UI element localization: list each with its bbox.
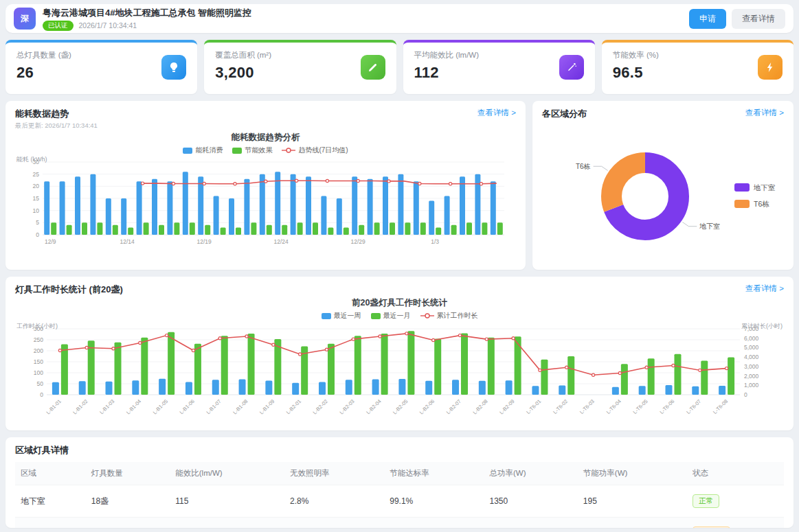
table-cell: T6栋 [15, 518, 86, 529]
svg-text:L-T6-06: L-T6-06 [658, 398, 675, 415]
table-row: 地下室18盏1152.8%99.1%1350195正常 [15, 485, 784, 518]
svg-text:0: 0 [40, 391, 43, 398]
svg-text:100: 100 [34, 369, 43, 376]
table-cell: 8盏 [86, 518, 170, 529]
svg-text:L-T6-02: L-T6-02 [552, 398, 569, 415]
legend-item-week: 最近一周 [322, 311, 361, 321]
view-details-button[interactable]: 查看详情 [732, 9, 785, 29]
apply-button[interactable]: 申请 [689, 9, 726, 29]
table-header-cell: 总功率(W) [484, 462, 577, 485]
title-subrow: 已认证 2026/1/7 10:34:41 [43, 21, 251, 31]
table-cell: 18盏 [86, 485, 170, 518]
kpi-card-coverage-area: 覆盖总面积 (m²) 3,200 [204, 40, 396, 94]
donut-panel-title: 各区域分布 [542, 108, 587, 120]
svg-text:地下室: 地下室 [699, 222, 720, 230]
svg-text:T6栋: T6栋 [754, 200, 769, 208]
svg-text:150: 150 [34, 358, 43, 365]
bulb-icon [161, 55, 186, 80]
energy-panel-title: 能耗数据趋势 [15, 108, 98, 120]
kpi-label: 覆盖总面积 (m²) [215, 50, 385, 60]
kpi-value: 112 [414, 64, 584, 82]
legend-item-saving: 节能效果 [232, 146, 272, 155]
svg-text:12/9: 12/9 [45, 238, 56, 245]
legend-swatch-green [232, 148, 242, 154]
table-cell: 85 [578, 518, 687, 529]
svg-text:L-T6-05: L-T6-05 [632, 398, 649, 415]
table-cell: 地下室 [15, 485, 86, 518]
legend-item-cumulative: 累计工作时长 [420, 311, 478, 321]
svg-text:L-B2-03: L-B2-03 [338, 398, 355, 415]
svg-text:0: 0 [36, 231, 39, 238]
svg-text:L-B1-03: L-B1-03 [98, 398, 115, 415]
svg-text:L-B1-06: L-B1-06 [179, 398, 196, 415]
svg-text:5,000: 5,000 [744, 344, 759, 351]
table-cell: 4.1% [284, 518, 384, 529]
svg-text:12/24: 12/24 [274, 238, 289, 245]
legend-label: 累计工作时长 [437, 311, 478, 321]
dashboard-page: 深 粤海云港城项目4#地块工程施工总承包 智能照明监控 已认证 2026/1/7… [0, 0, 799, 532]
energy-trend-chart: 051015202530能耗 (kWh)12/912/1412/1912/241… [15, 155, 514, 248]
svg-text:T6栋: T6栋 [576, 163, 591, 170]
worktime-panel-title: 灯具工作时长统计 (前20盏) [15, 284, 123, 296]
energy-chart-title: 能耗数据趋势分析 [15, 132, 516, 143]
table-cell-status: 正常 [687, 485, 784, 518]
logo-text: 深 [21, 13, 29, 25]
table-cell: 600 [484, 518, 577, 529]
svg-text:L-T6-03: L-T6-03 [578, 398, 596, 415]
table-cell: 115 [170, 485, 284, 518]
area-distribution-panel: 各区域分布 查看详情 > 地下室T6栋地下室T6栋 [532, 101, 794, 270]
table-header-cell: 无效照明率 [284, 462, 384, 485]
status-badge: 正常 [693, 494, 719, 508]
svg-text:L-T6-04: L-T6-04 [605, 398, 622, 415]
legend-swatch-green [371, 313, 381, 319]
line-marker-icon [420, 312, 434, 319]
kpi-label: 节能效率 (%) [613, 50, 783, 60]
svg-text:15: 15 [33, 195, 40, 202]
certified-badge: 已认证 [43, 21, 74, 31]
energy-panel-head: 能耗数据趋势 最后更新: 2026/1/7 10:34:41 查看详情 > [15, 108, 516, 130]
flash-icon [758, 55, 783, 80]
legend-label: 最近一周 [334, 311, 361, 321]
svg-text:L-B2-07: L-B2-07 [445, 398, 462, 415]
kpi-label: 平均能效比 (lm/W) [414, 50, 584, 60]
table-cell: 1350 [484, 485, 577, 518]
table-header-cell: 节能功率(W) [578, 462, 687, 485]
svg-text:L-B2-02: L-B2-02 [312, 398, 329, 415]
title-block: 粤海云港城项目4#地块工程施工总承包 智能照明监控 已认证 2026/1/7 1… [43, 7, 251, 31]
table-header-cell: 节能达标率 [384, 462, 484, 485]
table-cell: 2.8% [284, 485, 384, 518]
svg-text:地下室: 地下室 [753, 183, 776, 192]
svg-text:L-T6-01: L-T6-01 [525, 398, 542, 415]
kpi-card-saving-rate: 节能效率 (%) 96.5 [602, 40, 794, 94]
svg-text:L-B1-05: L-B1-05 [152, 398, 169, 415]
worktime-details-link[interactable]: 查看详情 > [745, 284, 784, 294]
table-cell-status: 1盏异常 [687, 518, 784, 529]
donut-panel-head: 各区域分布 查看详情 > [542, 108, 784, 120]
table-panel-title: 区域灯具详情 [15, 444, 784, 456]
svg-text:25: 25 [33, 171, 40, 178]
table-header-cell: 能效比(lm/W) [170, 462, 284, 485]
svg-text:L-B1-09: L-B1-09 [258, 398, 275, 415]
svg-text:累计时长(小时): 累计时长(小时) [741, 323, 783, 329]
table-header-row: 区域灯具数量能效比(lm/W)无效照明率节能达标率总功率(W)节能功率(W)状态 [15, 462, 784, 485]
wand-icon [559, 55, 584, 80]
area-lamp-table: 区域灯具数量能效比(lm/W)无效照明率节能达标率总功率(W)节能功率(W)状态… [15, 462, 784, 528]
svg-text:250: 250 [34, 336, 43, 343]
svg-text:12/19: 12/19 [197, 238, 212, 245]
svg-text:L-B2-04: L-B2-04 [365, 398, 382, 415]
line-marker-icon [282, 147, 295, 154]
energy-legend: 能耗消费 节能效果 趋势线(7日均值) [15, 146, 516, 155]
legend-swatch-blue [322, 313, 331, 319]
kpi-value: 3,200 [215, 64, 385, 82]
table-header-cell: 灯具数量 [86, 462, 170, 485]
table-body: 地下室18盏1152.8%99.1%1350195正常T6栋8盏1084.1%9… [15, 485, 784, 529]
kpi-card-avg-efficiency: 平均能效比 (lm/W) 112 [403, 40, 595, 94]
distribution-details-link[interactable]: 查看详情 > [745, 108, 784, 118]
svg-text:0: 0 [744, 391, 747, 398]
worktime-panel-head: 灯具工作时长统计 (前20盏) 查看详情 > [15, 284, 784, 296]
energy-details-link[interactable]: 查看详情 > [477, 108, 516, 118]
svg-text:200: 200 [34, 347, 43, 354]
svg-text:工作时长(小时): 工作时长(小时) [16, 323, 58, 329]
kpi-card-total-lamps: 总灯具数量 (盏) 26 [5, 40, 197, 94]
svg-text:L-B1-04: L-B1-04 [125, 398, 142, 415]
